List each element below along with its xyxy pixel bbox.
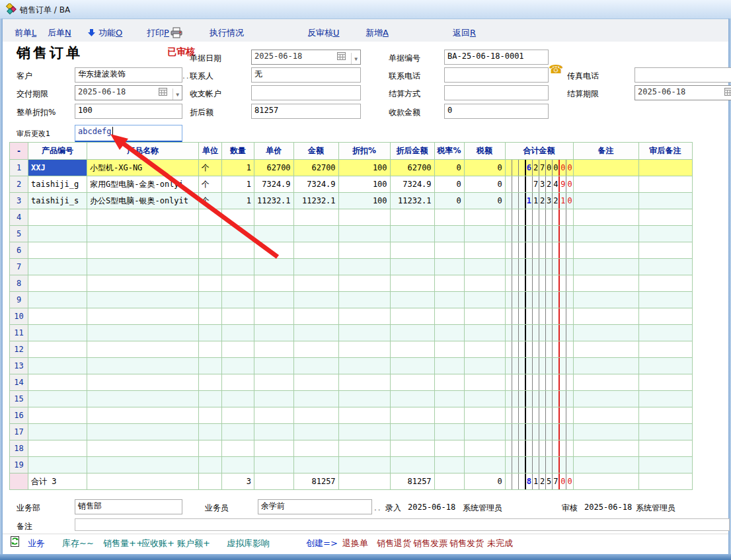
cell-product-code[interactable]: taishiji_s xyxy=(28,193,87,209)
cell-product-name[interactable] xyxy=(87,308,199,325)
cell-tax[interactable]: 0 xyxy=(464,160,505,176)
fax-field[interactable] xyxy=(635,67,731,83)
cell-product-code[interactable] xyxy=(28,325,87,341)
cell-amount[interactable]: 62700 xyxy=(293,160,338,176)
cell-product-name[interactable] xyxy=(87,226,199,242)
virtual-stock-button[interactable]: 虚拟库影响 xyxy=(227,538,270,549)
cell-tax[interactable] xyxy=(464,308,505,325)
cell-total-amount[interactable] xyxy=(505,440,573,457)
cell-product-name[interactable] xyxy=(87,440,199,457)
cell-price[interactable] xyxy=(254,424,294,440)
cell-amount[interactable]: 11232.1 xyxy=(293,193,338,209)
table-row-9[interactable]: 9 xyxy=(10,292,693,308)
cell-unit[interactable] xyxy=(199,209,222,226)
business-button[interactable]: 业务 xyxy=(28,538,45,549)
cell-product-code[interactable] xyxy=(28,457,87,473)
cell-qty[interactable] xyxy=(222,457,254,473)
cell-product-code[interactable] xyxy=(28,391,87,407)
cell-qty[interactable] xyxy=(222,407,254,424)
doc-date-field[interactable]: 2025-06-18 ▼ xyxy=(251,50,361,65)
cell-tax[interactable] xyxy=(464,440,505,457)
row-number[interactable]: 17 xyxy=(10,424,28,440)
cell-unit[interactable] xyxy=(199,407,222,424)
cell-qty[interactable] xyxy=(222,275,254,292)
cell-amount[interactable] xyxy=(293,457,338,473)
cell-tax[interactable] xyxy=(464,242,505,259)
cell-total-amount[interactable] xyxy=(505,275,573,292)
cell-audit-note[interactable] xyxy=(638,160,692,176)
cell-amount[interactable] xyxy=(293,440,338,457)
cell-tax[interactable] xyxy=(464,358,505,374)
stock-button[interactable]: 库存~~ xyxy=(62,538,94,549)
cell-product-name[interactable] xyxy=(87,209,199,226)
cell-tax-rate[interactable] xyxy=(434,209,464,226)
cell-amount[interactable] xyxy=(293,358,338,374)
cell-audit-note[interactable] xyxy=(638,275,692,292)
cell-tax-rate[interactable] xyxy=(434,242,464,259)
cell-tax[interactable] xyxy=(464,424,505,440)
cell-tax[interactable] xyxy=(464,275,505,292)
cell-price[interactable] xyxy=(254,308,294,325)
sales-return-button[interactable]: 销售退货 xyxy=(377,538,411,549)
cell-price[interactable]: 62700 xyxy=(254,160,294,176)
cell-tax-rate[interactable] xyxy=(434,440,464,457)
table-row-16[interactable]: 16 xyxy=(10,407,693,424)
create-button[interactable]: 创建=> xyxy=(306,538,338,549)
refresh-document-icon[interactable] xyxy=(10,536,20,548)
cell-product-name[interactable]: 办公S型电脑-银奥-onlyit xyxy=(87,193,199,209)
table-row-17[interactable]: 17 xyxy=(10,424,693,440)
cell-tax-rate[interactable] xyxy=(434,374,464,391)
row-number[interactable]: 9 xyxy=(10,292,28,308)
row-number[interactable]: 18 xyxy=(10,440,28,457)
cell-qty[interactable] xyxy=(222,440,254,457)
settle-date-field[interactable]: 2025-06-18 xyxy=(635,85,731,100)
cell-amount[interactable] xyxy=(293,242,338,259)
cell-discount[interactable] xyxy=(338,407,390,424)
print-button[interactable]: 打印P xyxy=(147,27,169,39)
cell-total-amount[interactable] xyxy=(505,407,573,424)
row-number[interactable]: 3 xyxy=(10,193,28,209)
cell-discount[interactable] xyxy=(338,341,390,358)
cell-tax-rate[interactable] xyxy=(434,308,464,325)
cell-amount[interactable] xyxy=(293,209,338,226)
cell-product-code[interactable] xyxy=(28,424,87,440)
table-row-6[interactable]: 6 xyxy=(10,242,693,259)
cell-discount[interactable] xyxy=(338,308,390,325)
cell-discount[interactable] xyxy=(338,440,390,457)
cell-unit[interactable] xyxy=(199,325,222,341)
sales-qty-button[interactable]: 销售量++ xyxy=(103,538,143,549)
back-button[interactable]: 返回R xyxy=(453,27,476,39)
cell-total-amount[interactable] xyxy=(505,209,573,226)
customer-field[interactable]: 华东捷波装饰 xyxy=(75,67,182,83)
cell-price[interactable] xyxy=(254,407,294,424)
order-items-table[interactable]: -产品编号产品名称单位数量单价金额折扣%折后金额税率%税额合计金额备注审后备注1… xyxy=(9,142,693,490)
cell-product-name[interactable]: 小型机-XG-NG xyxy=(87,160,199,176)
cell-total-amount[interactable] xyxy=(505,308,573,325)
functions-menu-button[interactable]: 功能O xyxy=(98,27,122,39)
cell-audit-note[interactable] xyxy=(638,424,692,440)
delivery-date-field[interactable]: 2025-06-18 ▼ xyxy=(75,85,182,100)
cell-note[interactable] xyxy=(573,407,638,424)
cell-audit-note[interactable] xyxy=(638,292,692,308)
row-number[interactable]: 2 xyxy=(10,176,28,193)
cell-note[interactable] xyxy=(573,292,638,308)
table-row-5[interactable]: 5 xyxy=(10,226,693,242)
cell-qty[interactable] xyxy=(222,374,254,391)
cell-discounted-amount[interactable] xyxy=(390,341,434,358)
row-number[interactable]: 15 xyxy=(10,391,28,407)
cell-product-code[interactable] xyxy=(28,358,87,374)
cell-note[interactable] xyxy=(573,341,638,358)
discount-pct-field[interactable]: 100 xyxy=(75,104,182,119)
table-row-1[interactable]: 1XXJ小型机-XG-NG个16270062700100627000062700… xyxy=(10,160,693,176)
cell-product-code[interactable] xyxy=(28,226,87,242)
cell-total-amount[interactable]: 8125700 xyxy=(505,473,573,490)
note-field[interactable] xyxy=(75,518,730,531)
cell-product-name[interactable] xyxy=(87,325,199,341)
cell-tax-rate[interactable] xyxy=(434,292,464,308)
cell-tax[interactable] xyxy=(464,292,505,308)
cell-note[interactable] xyxy=(573,358,638,374)
cell-audit-note[interactable] xyxy=(638,391,692,407)
cell-qty[interactable] xyxy=(222,292,254,308)
cell-audit-note[interactable] xyxy=(638,259,692,275)
cell-total-amount[interactable] xyxy=(505,374,573,391)
